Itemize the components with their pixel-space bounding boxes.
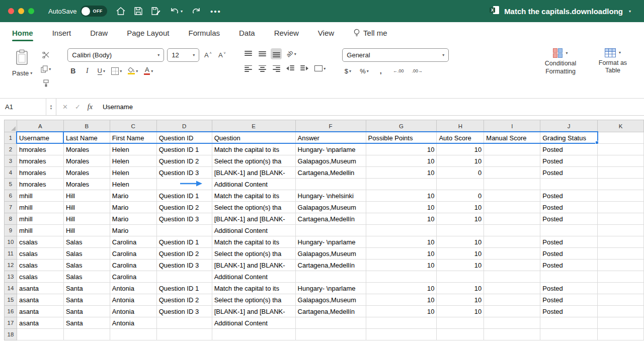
row-header-14[interactable]: 14: [5, 283, 17, 294]
cell-F6[interactable]: Hungary- \nhelsinki: [295, 190, 366, 202]
cell-I3[interactable]: [484, 155, 540, 167]
cell-H14[interactable]: 10: [437, 283, 484, 294]
cell-F18[interactable]: [295, 329, 366, 340]
tab-formulas[interactable]: Formulas: [188, 22, 220, 43]
save-as-icon[interactable]: [151, 7, 160, 15]
number-format-select[interactable]: General ▾: [342, 48, 449, 62]
cell-K3[interactable]: [598, 155, 644, 167]
cell-K11[interactable]: [598, 248, 644, 260]
cell-A5[interactable]: hmorales: [17, 179, 63, 190]
cell-H9[interactable]: [437, 225, 484, 236]
cell-F17[interactable]: [295, 317, 366, 329]
cell-K16[interactable]: [598, 306, 644, 317]
redo-icon[interactable]: [192, 7, 201, 15]
row-header-2[interactable]: 2: [5, 144, 17, 155]
row-header-8[interactable]: 8: [5, 213, 17, 225]
row-header-5[interactable]: 5: [5, 179, 17, 190]
row-header-7[interactable]: 7: [5, 202, 17, 213]
cell-I7[interactable]: [484, 202, 540, 213]
cancel-icon[interactable]: ✕: [62, 103, 68, 111]
cell-E6[interactable]: Match the capital to its: [212, 190, 295, 202]
cell-E7[interactable]: Select the option(s) tha: [212, 202, 295, 213]
cell-G12[interactable]: 10: [366, 260, 437, 271]
cell-D18[interactable]: [156, 329, 212, 340]
cell-B18[interactable]: [63, 329, 110, 340]
cell-B11[interactable]: Salas: [63, 248, 110, 260]
cell-K8[interactable]: [598, 213, 644, 225]
cell-K6[interactable]: [598, 190, 644, 202]
cell-E11[interactable]: Select the option(s) tha: [212, 248, 295, 260]
cell-E13[interactable]: Additional Content: [212, 271, 295, 283]
cell-F10[interactable]: Hungary- \nparlame: [295, 236, 366, 248]
name-box-stepper[interactable]: ▲▼: [46, 99, 56, 116]
font-color-button[interactable]: A ▾: [142, 65, 154, 76]
cell-J4[interactable]: Posted: [540, 167, 598, 179]
cell-J6[interactable]: Posted: [540, 190, 598, 202]
format-painter-icon[interactable]: [39, 77, 52, 89]
align-right-button[interactable]: [271, 63, 282, 74]
cell-E15[interactable]: Select the option(s) tha: [212, 294, 295, 306]
column-header-E[interactable]: E: [212, 120, 295, 132]
cell-A15[interactable]: asanta: [17, 294, 63, 306]
shrink-font-icon[interactable]: A˅: [216, 50, 227, 61]
cell-F11[interactable]: Galapagos,Museum: [295, 248, 366, 260]
select-all-corner[interactable]: [5, 120, 17, 132]
cell-J14[interactable]: Posted: [540, 283, 598, 294]
cell-D4[interactable]: Question ID 3: [156, 167, 212, 179]
cell-A9[interactable]: mhill: [17, 225, 63, 236]
cell-G11[interactable]: 10: [366, 248, 437, 260]
italic-button[interactable]: I: [82, 65, 93, 76]
column-header-F[interactable]: F: [295, 120, 366, 132]
cell-E18[interactable]: [212, 329, 295, 340]
cell-G10[interactable]: 10: [366, 236, 437, 248]
cell-E1[interactable]: Question: [212, 132, 295, 144]
cell-G3[interactable]: 10: [366, 155, 437, 167]
bold-button[interactable]: B: [67, 65, 78, 76]
cell-G5[interactable]: [366, 179, 437, 190]
decrease-decimal-button[interactable]: .00→: [410, 65, 424, 76]
cell-E17[interactable]: Additional Content: [212, 317, 295, 329]
cell-D2[interactable]: Question ID 1: [156, 144, 212, 155]
cell-D6[interactable]: Question ID 1: [156, 190, 212, 202]
cell-D17[interactable]: [156, 317, 212, 329]
cell-K18[interactable]: [598, 329, 644, 340]
cell-G7[interactable]: 10: [366, 202, 437, 213]
more-commands-icon[interactable]: •••: [210, 7, 221, 16]
cell-A4[interactable]: hmorales: [17, 167, 63, 179]
cell-I13[interactable]: [484, 271, 540, 283]
font-name-select[interactable]: Calibri (Body) ▾: [67, 48, 164, 62]
cell-J17[interactable]: [540, 317, 598, 329]
cell-H16[interactable]: 10: [437, 306, 484, 317]
align-bottom-button[interactable]: [271, 48, 282, 59]
cell-K9[interactable]: [598, 225, 644, 236]
column-header-G[interactable]: G: [366, 120, 437, 132]
tab-page-layout[interactable]: Page Layout: [127, 22, 169, 43]
tab-view[interactable]: View: [318, 22, 334, 43]
paste-button[interactable]: Paste▾: [9, 48, 35, 89]
row-header-1[interactable]: 1: [5, 132, 17, 144]
cell-K4[interactable]: [598, 167, 644, 179]
cell-C16[interactable]: Antonia: [110, 306, 156, 317]
increase-indent-button[interactable]: [299, 63, 310, 74]
cell-A8[interactable]: mhill: [17, 213, 63, 225]
cell-D10[interactable]: Question ID 1: [156, 236, 212, 248]
close-window-button[interactable]: [8, 8, 14, 14]
cell-A10[interactable]: csalas: [17, 236, 63, 248]
zoom-window-button[interactable]: [28, 8, 34, 14]
cell-H5[interactable]: [437, 179, 484, 190]
row-header-18[interactable]: 18: [5, 329, 17, 340]
cell-F12[interactable]: Cartagena,Medellín: [295, 260, 366, 271]
row-header-17[interactable]: 17: [5, 317, 17, 329]
cell-G18[interactable]: [366, 329, 437, 340]
cell-I18[interactable]: [484, 329, 540, 340]
cell-F14[interactable]: Hungary- \nparlame: [295, 283, 366, 294]
column-header-B[interactable]: B: [63, 120, 110, 132]
cell-I12[interactable]: [484, 260, 540, 271]
row-header-11[interactable]: 11: [5, 248, 17, 260]
row-header-15[interactable]: 15: [5, 294, 17, 306]
row-header-16[interactable]: 16: [5, 306, 17, 317]
tab-review[interactable]: Review: [274, 22, 299, 43]
cell-I16[interactable]: [484, 306, 540, 317]
cell-K5[interactable]: [598, 179, 644, 190]
cell-B5[interactable]: Morales: [63, 179, 110, 190]
